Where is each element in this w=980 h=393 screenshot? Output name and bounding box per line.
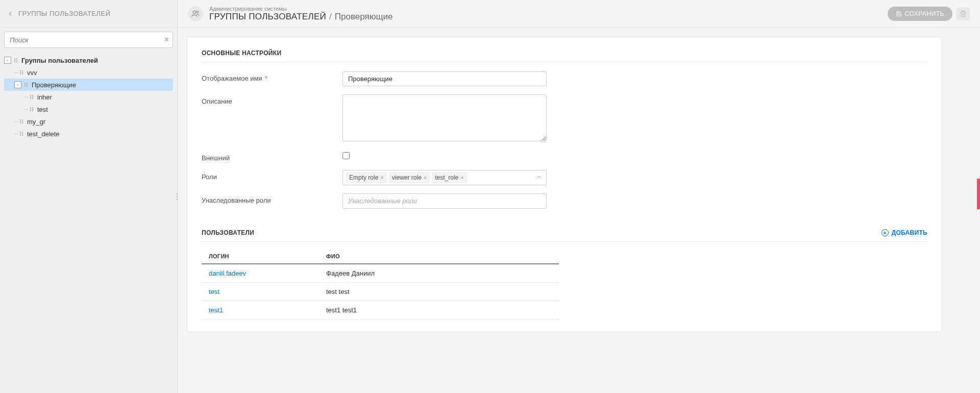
svg-point-31 bbox=[22, 119, 23, 120]
main: Администрирование системы ГРУППЫ ПОЛЬЗОВ… bbox=[178, 0, 980, 393]
tree-item-label: inher bbox=[37, 93, 52, 101]
save-button[interactable]: СОХРАНИТЬ bbox=[888, 7, 952, 21]
svg-point-11 bbox=[22, 73, 23, 75]
sidebar-title: ГРУППЫ ПОЛЬЗОВАТЕЛЕЙ bbox=[18, 10, 111, 17]
svg-point-16 bbox=[24, 86, 26, 87]
user-name: test1 test1 bbox=[326, 306, 552, 314]
svg-point-34 bbox=[20, 122, 21, 124]
svg-point-43 bbox=[197, 11, 199, 13]
user-login-link[interactable]: daniil.fadeev bbox=[209, 269, 326, 277]
tree-item-label: my_gr bbox=[27, 118, 45, 126]
svg-point-5 bbox=[16, 61, 17, 62]
table-row: daniil.fadeev Фадеев Даниил bbox=[202, 264, 559, 283]
user-name: Фадеев Даниил bbox=[326, 269, 552, 277]
svg-point-39 bbox=[22, 133, 23, 134]
svg-point-0 bbox=[14, 58, 15, 59]
plus-icon: + bbox=[881, 229, 889, 236]
content: ОСНОВНЫЕ НАСТРОЙКИ Отображаемое имя * Оп… bbox=[178, 28, 980, 393]
drag-handle-icon[interactable] bbox=[19, 131, 24, 136]
role-chip-label: test_role bbox=[435, 174, 458, 181]
row-roles: Роли Empty role × viewer role × test_rol… bbox=[202, 170, 927, 185]
tree-root[interactable]: - Группы пользователей bbox=[4, 54, 173, 66]
svg-point-37 bbox=[22, 132, 23, 133]
group-icon bbox=[188, 6, 203, 21]
svg-point-21 bbox=[32, 96, 33, 97]
row-description: Описание bbox=[202, 94, 927, 143]
label-external: Внешний bbox=[202, 154, 230, 162]
tree-collapse-icon[interactable]: - bbox=[14, 81, 21, 88]
svg-point-17 bbox=[27, 86, 28, 87]
role-chip: test_role × bbox=[432, 172, 467, 183]
tree-item[interactable]: ┈ vvv bbox=[4, 66, 173, 79]
svg-point-24 bbox=[30, 107, 31, 108]
tree: - Группы пользователей ┈ vvv - Проверяющ… bbox=[0, 52, 177, 142]
svg-point-1 bbox=[16, 58, 17, 59]
svg-point-42 bbox=[193, 11, 195, 13]
drag-handle-icon[interactable] bbox=[23, 82, 29, 87]
sidebar-header: ГРУППЫ ПОЛЬЗОВАТЕЛЕЙ bbox=[0, 0, 177, 28]
drag-handle-icon[interactable] bbox=[13, 58, 18, 63]
tree-item[interactable]: ┈ test bbox=[4, 103, 173, 115]
svg-point-38 bbox=[20, 133, 21, 134]
section-title-settings: ОСНОВНЫЕ НАСТРОЙКИ bbox=[202, 50, 927, 62]
svg-point-9 bbox=[22, 72, 23, 73]
tree-item[interactable]: ┈ test_delete bbox=[4, 128, 173, 140]
breadcrumb-main: ГРУППЫ ПОЛЬЗОВАТЕЛЕЙ bbox=[209, 12, 326, 22]
tree-root-label: Группы пользователей bbox=[21, 57, 98, 64]
required-mark: * bbox=[265, 75, 267, 82]
users-table: ЛОГИН ФИО daniil.fadeev Фадеев Даниил te… bbox=[202, 249, 559, 320]
drag-handle-icon[interactable] bbox=[29, 94, 34, 100]
drag-handle-icon[interactable] bbox=[19, 70, 24, 75]
table-head: ЛОГИН ФИО bbox=[202, 249, 559, 264]
label-display-name: Отображаемое имя bbox=[202, 75, 262, 82]
svg-point-3 bbox=[16, 60, 17, 61]
user-login-link[interactable]: test bbox=[209, 288, 326, 296]
remove-role-icon[interactable]: × bbox=[424, 175, 427, 181]
add-user-label: ДОБАВИТЬ bbox=[892, 229, 927, 236]
clear-search-icon[interactable]: × bbox=[164, 35, 169, 44]
delete-button[interactable] bbox=[957, 7, 970, 20]
role-chip-label: Empty role bbox=[349, 174, 378, 181]
display-name-input[interactable] bbox=[342, 71, 547, 86]
svg-point-35 bbox=[22, 122, 23, 124]
svg-point-2 bbox=[14, 60, 15, 61]
external-checkbox[interactable] bbox=[342, 152, 350, 159]
svg-point-25 bbox=[32, 107, 33, 108]
tree-collapse-icon[interactable]: - bbox=[4, 57, 11, 64]
tree-item-label: test_delete bbox=[27, 130, 60, 138]
svg-point-29 bbox=[32, 110, 33, 111]
inherited-roles-field: Унаследованные роли bbox=[342, 193, 547, 209]
label-inherited: Унаследованные роли bbox=[202, 196, 271, 204]
tree-item-label: vvv bbox=[27, 69, 37, 77]
row-display-name: Отображаемое имя * bbox=[202, 71, 927, 86]
tree-item[interactable]: ┈ my_gr bbox=[4, 115, 173, 128]
remove-role-icon[interactable]: × bbox=[460, 175, 463, 181]
search-input[interactable] bbox=[4, 32, 173, 48]
svg-point-20 bbox=[30, 96, 31, 97]
user-login-link[interactable]: test1 bbox=[209, 306, 326, 314]
label-description: Описание bbox=[202, 97, 232, 105]
user-name: test test bbox=[326, 288, 552, 296]
add-user-button[interactable]: + ДОБАВИТЬ bbox=[881, 229, 927, 236]
tree-item[interactable]: - Проверяющие bbox=[4, 79, 173, 91]
remove-role-icon[interactable]: × bbox=[380, 175, 383, 181]
svg-point-6 bbox=[20, 70, 21, 71]
drag-handle-icon[interactable] bbox=[19, 119, 24, 124]
chevron-down-icon bbox=[536, 174, 542, 182]
collapse-sidebar-icon[interactable] bbox=[6, 10, 14, 18]
svg-point-41 bbox=[22, 135, 23, 136]
table-row: test1 test1 test1 bbox=[202, 301, 559, 320]
svg-point-32 bbox=[20, 121, 21, 122]
col-login: ЛОГИН bbox=[209, 253, 326, 259]
roles-multiselect[interactable]: Empty role × viewer role × test_role × bbox=[342, 170, 547, 185]
svg-point-33 bbox=[22, 121, 23, 122]
svg-point-26 bbox=[30, 109, 31, 110]
description-textarea[interactable] bbox=[342, 94, 547, 141]
svg-point-27 bbox=[32, 109, 33, 110]
role-chip: viewer role × bbox=[389, 172, 430, 183]
svg-point-36 bbox=[20, 132, 21, 133]
svg-point-10 bbox=[20, 73, 21, 75]
tree-item[interactable]: ┈ inher bbox=[4, 91, 173, 103]
drag-handle-icon[interactable] bbox=[29, 107, 34, 112]
tree-item-label: test bbox=[37, 106, 48, 113]
